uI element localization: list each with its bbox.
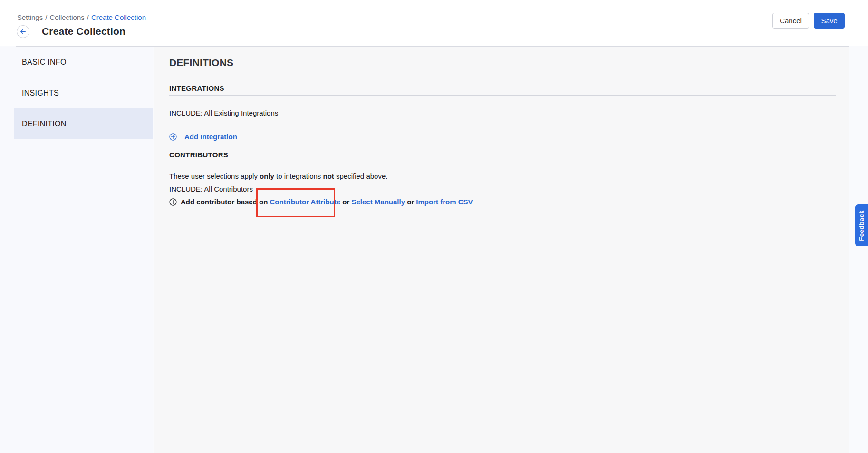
definition-panel: DEFINITIONS INTEGRATIONS INCLUDE: All Ex… [154, 47, 849, 453]
contributors-include-text: INCLUDE: All Contributors [169, 185, 836, 193]
note-text: to integrations [274, 172, 323, 180]
breadcrumb-create-collection[interactable]: Create Collection [91, 13, 146, 21]
note-text: These user selections apply [169, 172, 260, 180]
integrations-include-text: INCLUDE: All Existing Integrations [169, 109, 836, 117]
breadcrumb-settings[interactable]: Settings [17, 13, 43, 21]
sidebar-item-basic-info[interactable]: BASIC INFO [14, 47, 153, 77]
feedback-tab[interactable]: Feedback [855, 204, 868, 246]
sidebar-item-label: DEFINITION [22, 120, 67, 128]
import-from-csv-link[interactable]: Import from CSV [416, 198, 473, 206]
contributor-attribute-link[interactable]: Contributor Attribute [270, 198, 341, 206]
save-button[interactable]: Save [814, 13, 845, 29]
breadcrumb-separator: / [87, 13, 89, 21]
sidebar-item-label: INSIGHTS [22, 89, 59, 97]
arrow-left-icon [19, 28, 27, 35]
contributors-heading: CONTRIBUTORS [169, 151, 836, 162]
add-integration-button[interactable]: Add Integration [169, 133, 836, 141]
add-integration-label: Add Integration [184, 133, 237, 141]
breadcrumb-collections[interactable]: Collections [49, 13, 84, 21]
add-contributor-prefix: Add contributor based on [181, 198, 270, 206]
select-manually-link[interactable]: Select Manually [351, 198, 405, 206]
plus-circle-icon [169, 133, 177, 141]
cancel-button[interactable]: Cancel [772, 13, 809, 29]
breadcrumb-separator: / [45, 13, 47, 21]
or-text: or [405, 198, 416, 206]
add-contributor-row: Add contributor based on Contributor Att… [169, 198, 836, 206]
page-header: Settings/Collections/Create Collection C… [0, 0, 868, 46]
note-text: specified above. [334, 172, 388, 180]
breadcrumb: Settings/Collections/Create Collection [17, 13, 146, 21]
sidebar-item-definition[interactable]: DEFINITION [14, 108, 153, 139]
sidebar-item-insights[interactable]: INSIGHTS [14, 77, 153, 108]
contributors-note: These user selections apply only to inte… [169, 172, 836, 180]
section-title: DEFINITIONS [169, 57, 836, 68]
settings-sidebar: BASIC INFO INSIGHTS DEFINITION [0, 47, 153, 453]
note-bold-only: only [260, 172, 274, 180]
sidebar-item-label: BASIC INFO [22, 58, 67, 67]
feedback-tab-label: Feedback [858, 210, 865, 241]
page-title: Create Collection [42, 26, 125, 37]
back-button[interactable] [17, 25, 29, 38]
note-bold-not: not [323, 172, 334, 180]
or-text: or [340, 198, 351, 206]
plus-circle-icon [169, 198, 177, 206]
integrations-heading: INTEGRATIONS [169, 84, 836, 96]
